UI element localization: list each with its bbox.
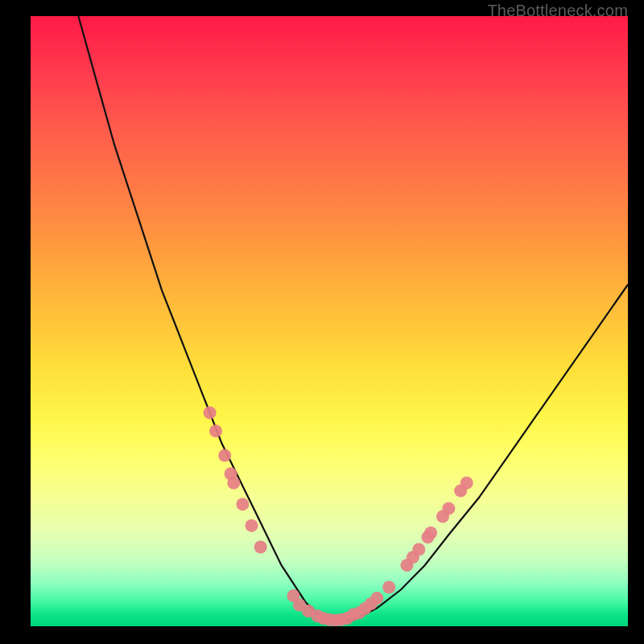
curve-marker [227,477,240,489]
curve-marker [209,424,222,437]
curve-marker [382,581,395,594]
bottleneck-curve [78,16,628,620]
curve-marker [424,526,437,539]
curve-marker [218,449,231,462]
curve-marker [236,497,249,510]
chart-frame: TheBottleneck.com [0,0,644,644]
curve-marker [204,407,217,419]
curve-layer [31,16,628,626]
marker-group [204,407,473,626]
curve-marker [370,592,383,605]
attribution-label: TheBottleneck.com [487,2,628,20]
curve-marker [442,502,455,515]
curve-marker [412,543,425,556]
curve-marker [254,541,267,554]
curve-marker [246,519,258,532]
curve-marker [460,477,473,489]
plot-area [31,16,628,626]
